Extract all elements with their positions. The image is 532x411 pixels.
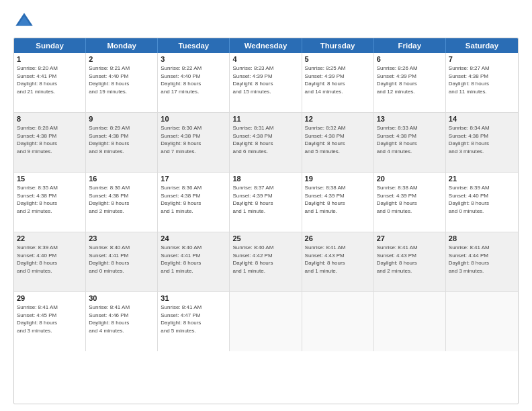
calendar-cell: 2Sunrise: 8:21 AM Sunset: 4:40 PM Daylig…: [86, 53, 158, 112]
calendar: SundayMondayTuesdayWednesdayThursdayFrid…: [13, 38, 519, 404]
calendar-week-4: 22Sunrise: 8:39 AM Sunset: 4:40 PM Dayli…: [14, 232, 518, 292]
day-detail: Sunrise: 8:37 AM Sunset: 4:39 PM Dayligh…: [232, 184, 298, 215]
day-number: 5: [305, 55, 371, 63]
day-detail: Sunrise: 8:41 AM Sunset: 4:44 PM Dayligh…: [449, 244, 515, 275]
day-detail: Sunrise: 8:23 AM Sunset: 4:39 PM Dayligh…: [232, 64, 298, 95]
day-number: 9: [89, 115, 154, 123]
calendar-cell: 17Sunrise: 8:36 AM Sunset: 4:38 PM Dayli…: [158, 173, 230, 232]
day-detail: Sunrise: 8:26 AM Sunset: 4:39 PM Dayligh…: [377, 64, 443, 95]
day-detail: Sunrise: 8:31 AM Sunset: 4:38 PM Dayligh…: [232, 124, 298, 155]
calendar-cell: 31Sunrise: 8:41 AM Sunset: 4:47 PM Dayli…: [158, 292, 230, 351]
calendar-week-3: 15Sunrise: 8:35 AM Sunset: 4:38 PM Dayli…: [14, 173, 518, 232]
day-detail: Sunrise: 8:25 AM Sunset: 4:39 PM Dayligh…: [305, 64, 371, 95]
calendar-cell: 7Sunrise: 8:27 AM Sunset: 4:38 PM Daylig…: [446, 53, 518, 112]
calendar-week-2: 8Sunrise: 8:28 AM Sunset: 4:38 PM Daylig…: [14, 113, 518, 173]
calendar-cell: 5Sunrise: 8:25 AM Sunset: 4:39 PM Daylig…: [302, 53, 374, 112]
day-detail: Sunrise: 8:36 AM Sunset: 4:38 PM Dayligh…: [89, 184, 154, 215]
day-detail: Sunrise: 8:34 AM Sunset: 4:38 PM Dayligh…: [449, 124, 515, 155]
calendar-cell: [230, 292, 302, 351]
day-detail: Sunrise: 8:20 AM Sunset: 4:41 PM Dayligh…: [17, 64, 83, 95]
day-detail: Sunrise: 8:27 AM Sunset: 4:38 PM Dayligh…: [449, 64, 515, 95]
day-number: 28: [449, 234, 515, 242]
day-detail: Sunrise: 8:36 AM Sunset: 4:38 PM Dayligh…: [161, 184, 226, 215]
day-detail: Sunrise: 8:41 AM Sunset: 4:43 PM Dayligh…: [377, 244, 443, 275]
day-number: 30: [89, 294, 154, 302]
day-number: 11: [232, 115, 298, 123]
day-detail: Sunrise: 8:35 AM Sunset: 4:38 PM Dayligh…: [17, 184, 83, 215]
calendar-week-1: 1Sunrise: 8:20 AM Sunset: 4:41 PM Daylig…: [14, 53, 518, 113]
header: [13, 11, 519, 32]
day-number: 12: [305, 115, 371, 123]
day-number: 16: [89, 175, 154, 183]
calendar-cell: [374, 292, 446, 351]
calendar-cell: 15Sunrise: 8:35 AM Sunset: 4:38 PM Dayli…: [14, 173, 86, 232]
day-number: 23: [89, 234, 154, 242]
calendar-cell: 18Sunrise: 8:37 AM Sunset: 4:39 PM Dayli…: [230, 173, 302, 232]
calendar-cell: 13Sunrise: 8:33 AM Sunset: 4:38 PM Dayli…: [374, 113, 446, 172]
day-number: 19: [305, 175, 371, 183]
day-detail: Sunrise: 8:29 AM Sunset: 4:38 PM Dayligh…: [89, 124, 154, 155]
day-number: 26: [305, 234, 371, 242]
calendar-cell: 16Sunrise: 8:36 AM Sunset: 4:38 PM Dayli…: [86, 173, 158, 232]
day-number: 6: [377, 55, 443, 63]
day-number: 3: [161, 55, 226, 63]
day-number: 4: [232, 55, 298, 63]
day-detail: Sunrise: 8:41 AM Sunset: 4:43 PM Dayligh…: [305, 244, 371, 275]
calendar-cell: 22Sunrise: 8:39 AM Sunset: 4:40 PM Dayli…: [14, 232, 86, 291]
header-day-tuesday: Tuesday: [158, 38, 230, 53]
day-number: 8: [17, 115, 83, 123]
day-detail: Sunrise: 8:38 AM Sunset: 4:39 PM Dayligh…: [377, 184, 443, 215]
day-number: 20: [377, 175, 443, 183]
day-number: 15: [17, 175, 83, 183]
day-number: 24: [161, 234, 226, 242]
calendar-cell: 4Sunrise: 8:23 AM Sunset: 4:39 PM Daylig…: [230, 53, 302, 112]
day-detail: Sunrise: 8:28 AM Sunset: 4:38 PM Dayligh…: [17, 124, 83, 155]
header-day-friday: Friday: [374, 38, 446, 53]
day-detail: Sunrise: 8:39 AM Sunset: 4:40 PM Dayligh…: [449, 184, 515, 215]
calendar-week-5: 29Sunrise: 8:41 AM Sunset: 4:45 PM Dayli…: [14, 292, 518, 351]
calendar-cell: 24Sunrise: 8:40 AM Sunset: 4:41 PM Dayli…: [158, 232, 230, 291]
calendar-cell: 1Sunrise: 8:20 AM Sunset: 4:41 PM Daylig…: [14, 53, 86, 112]
calendar-body: 1Sunrise: 8:20 AM Sunset: 4:41 PM Daylig…: [14, 53, 518, 351]
calendar-cell: 8Sunrise: 8:28 AM Sunset: 4:38 PM Daylig…: [14, 113, 86, 172]
day-number: 17: [161, 175, 226, 183]
calendar-cell: 20Sunrise: 8:38 AM Sunset: 4:39 PM Dayli…: [374, 173, 446, 232]
calendar-cell: 3Sunrise: 8:22 AM Sunset: 4:40 PM Daylig…: [158, 53, 230, 112]
day-detail: Sunrise: 8:22 AM Sunset: 4:40 PM Dayligh…: [161, 64, 226, 95]
header-day-sunday: Sunday: [14, 38, 86, 53]
header-day-saturday: Saturday: [446, 38, 518, 53]
logo-icon: [13, 11, 35, 32]
day-number: 18: [232, 175, 298, 183]
day-detail: Sunrise: 8:41 AM Sunset: 4:46 PM Dayligh…: [89, 304, 154, 334]
day-detail: Sunrise: 8:38 AM Sunset: 4:39 PM Dayligh…: [305, 184, 371, 215]
day-number: 10: [161, 115, 226, 123]
calendar-cell: 11Sunrise: 8:31 AM Sunset: 4:38 PM Dayli…: [230, 113, 302, 172]
calendar-cell: 14Sunrise: 8:34 AM Sunset: 4:38 PM Dayli…: [446, 113, 518, 172]
day-detail: Sunrise: 8:30 AM Sunset: 4:38 PM Dayligh…: [161, 124, 226, 155]
day-detail: Sunrise: 8:21 AM Sunset: 4:40 PM Dayligh…: [89, 64, 154, 95]
day-number: 21: [449, 175, 515, 183]
page: SundayMondayTuesdayWednesdayThursdayFrid…: [0, 0, 532, 411]
day-detail: Sunrise: 8:41 AM Sunset: 4:45 PM Dayligh…: [17, 304, 83, 334]
day-number: 2: [89, 55, 154, 63]
day-number: 1: [17, 55, 83, 63]
header-day-monday: Monday: [86, 38, 158, 53]
calendar-cell: 23Sunrise: 8:40 AM Sunset: 4:41 PM Dayli…: [86, 232, 158, 291]
day-detail: Sunrise: 8:40 AM Sunset: 4:41 PM Dayligh…: [89, 244, 154, 275]
day-number: 13: [377, 115, 443, 123]
day-number: 22: [17, 234, 83, 242]
day-detail: Sunrise: 8:39 AM Sunset: 4:40 PM Dayligh…: [17, 244, 83, 275]
calendar-cell: 9Sunrise: 8:29 AM Sunset: 4:38 PM Daylig…: [86, 113, 158, 172]
day-number: 31: [161, 294, 226, 302]
calendar-cell: 10Sunrise: 8:30 AM Sunset: 4:38 PM Dayli…: [158, 113, 230, 172]
day-detail: Sunrise: 8:40 AM Sunset: 4:42 PM Dayligh…: [232, 244, 298, 275]
day-number: 27: [377, 234, 443, 242]
calendar-cell: 30Sunrise: 8:41 AM Sunset: 4:46 PM Dayli…: [86, 292, 158, 351]
calendar-cell: [446, 292, 518, 351]
calendar-cell: 25Sunrise: 8:40 AM Sunset: 4:42 PM Dayli…: [230, 232, 302, 291]
day-detail: Sunrise: 8:32 AM Sunset: 4:38 PM Dayligh…: [305, 124, 371, 155]
calendar-header: SundayMondayTuesdayWednesdayThursdayFrid…: [14, 38, 518, 53]
day-number: 29: [17, 294, 83, 302]
header-day-thursday: Thursday: [302, 38, 374, 53]
header-day-wednesday: Wednesday: [230, 38, 302, 53]
